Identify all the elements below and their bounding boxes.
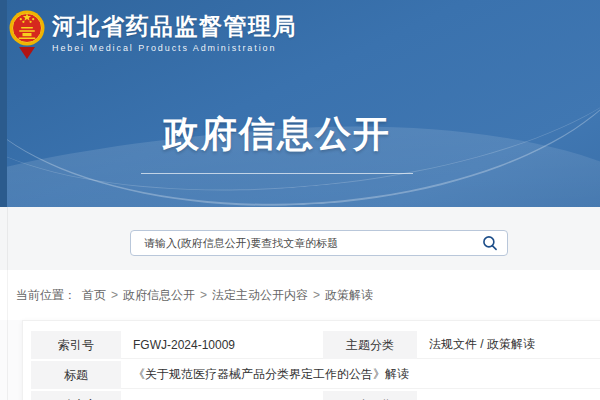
- page-title: 政府信息公开: [141, 110, 413, 174]
- search-section: [0, 207, 600, 270]
- breadcrumb-item-statutory-content[interactable]: 法定主动公开内容: [212, 287, 308, 304]
- document-info-card: 索引号 FGWJ-2024-10009 主题分类 法规文件 / 政策解读 标题 …: [22, 320, 600, 400]
- search-box: [130, 230, 508, 256]
- breadcrumb-separator: >: [200, 288, 207, 302]
- field-label-issuing-department: 发文部门: [31, 391, 121, 400]
- table-row-title: 标题 《关于规范医疗器械产品分类界定工作的公告》解读: [31, 361, 600, 389]
- field-label-topic-category: 主题分类: [323, 331, 417, 359]
- field-value-index-number: FGWJ-2024-10009: [121, 331, 323, 359]
- field-label-title: 标题: [31, 361, 121, 389]
- site-banner: 河北省药品监督管理局 Hebei Medical Products Admini…: [0, 0, 600, 207]
- search-icon: [482, 235, 498, 251]
- org-name-cn: 河北省药品监督管理局: [52, 13, 297, 39]
- document-info-table: 索引号 FGWJ-2024-10009 主题分类 法规文件 / 政策解读 标题 …: [31, 329, 600, 400]
- breadcrumb-separator: >: [313, 288, 320, 302]
- left-edge-strip: [0, 0, 7, 207]
- search-button[interactable]: [473, 231, 507, 255]
- document-section: 索引号 FGWJ-2024-10009 主题分类 法规文件 / 政策解读 标题 …: [0, 320, 600, 400]
- breadcrumb-separator: >: [111, 288, 118, 302]
- table-row-index: 索引号 FGWJ-2024-10009 主题分类 法规文件 / 政策解读: [31, 331, 600, 359]
- breadcrumb: 当前位置： 首页 > 政府信息公开 > 法定主动公开内容 > 政策解读: [0, 270, 600, 320]
- org-name-en: Hebei Medical Products Administration: [52, 43, 297, 53]
- field-value-issuing-department: [121, 391, 323, 400]
- breadcrumb-item-policy-interpretation[interactable]: 政策解读: [325, 287, 373, 304]
- breadcrumb-label: 当前位置：: [16, 287, 76, 304]
- field-value-title: 《关于规范医疗器械产品分类界定工作的公告》解读: [121, 361, 600, 389]
- content-left-edge: [7, 207, 8, 400]
- site-logo[interactable]: 河北省药品监督管理局 Hebei Medical Products Admini…: [9, 7, 297, 59]
- logo-text: 河北省药品监督管理局 Hebei Medical Products Admini…: [52, 13, 297, 52]
- search-input[interactable]: [131, 231, 473, 255]
- national-emblem-icon: [9, 7, 45, 59]
- field-value-topic-category: 法规文件 / 政策解读: [417, 331, 600, 359]
- table-row-department-date: 发文部门 发布日期 2024-05-13: [31, 391, 600, 400]
- field-value-publish-date: 2024-05-13: [417, 391, 600, 400]
- field-label-index-number: 索引号: [31, 331, 121, 359]
- field-label-publish-date: 发布日期: [323, 391, 417, 400]
- breadcrumb-item-info-disclosure[interactable]: 政府信息公开: [123, 287, 195, 304]
- banner-title-wrap: 政府信息公开: [0, 110, 600, 174]
- breadcrumb-item-home[interactable]: 首页: [82, 287, 106, 304]
